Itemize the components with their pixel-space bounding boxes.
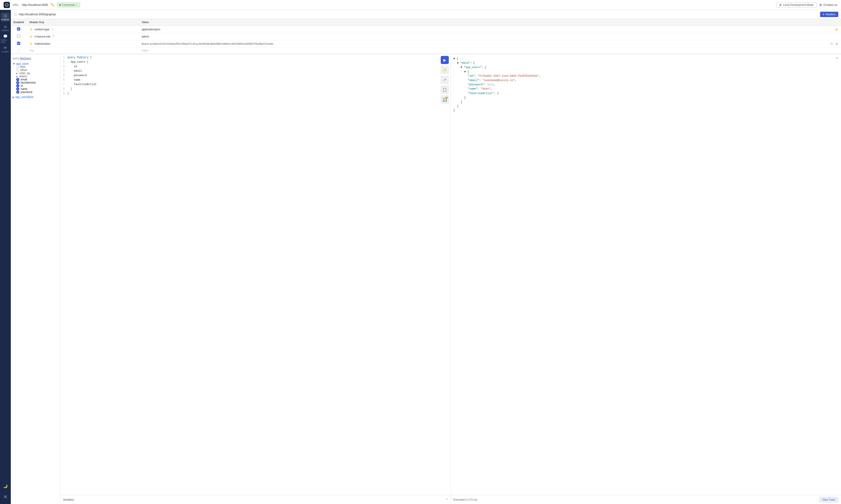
- checkbox-content-type[interactable]: [17, 28, 20, 31]
- code-line-2: 2 app_users {: [60, 60, 451, 65]
- code-line-6: 6 name: [60, 78, 451, 83]
- run-button[interactable]: ▶: [441, 56, 449, 64]
- result-record-open: ▼ {: [453, 70, 839, 74]
- radio-limit[interactable]: [16, 66, 19, 68]
- tree-sibling-item: ▶ app_usersById: [13, 94, 58, 99]
- eye-icon-auth[interactable]: 👁: [830, 42, 834, 46]
- editor-panel: 1 query MyQuery { 2 app_users { 3 id 4 e…: [60, 54, 451, 504]
- arrow-order-by: ▶: [16, 72, 18, 75]
- arrow-where: ▶: [16, 75, 18, 78]
- tree-child-offset[interactable]: offset:: [13, 69, 58, 72]
- tree-child-where[interactable]: ▶ where:: [13, 75, 58, 78]
- result-close-brace: }: [453, 108, 839, 113]
- url-display: http://localhost:3000: [22, 3, 48, 6]
- value-placeholder: Value: [142, 49, 148, 52]
- header-key-x-hasura-role: x-hasura-role: [35, 35, 51, 38]
- prettify-button[interactable]: ✨: [441, 66, 449, 74]
- field-order-by: order_by:: [19, 72, 31, 75]
- share-icon: ↗: [443, 78, 446, 82]
- sidebar-item-insights[interactable]: 👁 Insights: [1, 45, 10, 54]
- field-favorite-artist: favoriteArtist: [21, 81, 36, 84]
- action-icons-1: ⚡: [835, 28, 838, 31]
- sidebar-pacha-label: Pacha Chat: [1, 39, 10, 43]
- sidebar-item-pacha-chat[interactable]: 💬 Pacha Chat: [1, 34, 10, 43]
- query-name-link[interactable]: MyQuery: [20, 57, 31, 60]
- sidebar-item-graphql[interactable]: ⬡ GraphQL: [1, 13, 10, 21]
- code-line-5: 5 password: [60, 74, 451, 78]
- sidebar-item-theme[interactable]: 🌙: [1, 482, 10, 490]
- sidebar-insights-label: Insights: [2, 51, 9, 53]
- tree-child-limit[interactable]: limit:: [13, 65, 58, 69]
- result-name: "name": "Sean",: [453, 87, 839, 91]
- sidebar-graphql-label: GraphQL: [1, 18, 10, 21]
- delete-icon-auth[interactable]: 🗑: [835, 42, 838, 46]
- sidebar-explorer-label: Explorer: [2, 29, 9, 32]
- moon-icon: 🌙: [3, 484, 7, 488]
- sync-button[interactable]: 🔄: [441, 95, 449, 104]
- info-icon-1[interactable]: ⓘ: [51, 28, 54, 31]
- add-tab-button[interactable]: +: [836, 56, 838, 61]
- copy-button[interactable]: 📋: [441, 86, 449, 94]
- field-offset: offset:: [20, 69, 28, 72]
- main-content: 📄 ▾ Headers Enabled Header Key Value: [11, 10, 841, 504]
- result-area: ▼ { ▼ "data": { ▼ "app_users": [ ▼ { "id…: [451, 54, 841, 495]
- connected-dot: [59, 4, 61, 6]
- page-icon: 📄: [14, 13, 17, 16]
- check-favorite-artist: ✓: [16, 81, 19, 84]
- empty-checkbox: ☐: [18, 49, 20, 52]
- edit-url-icon[interactable]: ✏️: [51, 3, 54, 6]
- tree-child-id[interactable]: ✓ id: [13, 84, 58, 87]
- tree-child-favorite-artist[interactable]: ✓ favoriteArtist: [13, 81, 58, 84]
- share-button[interactable]: ↗: [441, 76, 449, 84]
- header-row-x-hasura-role: ⚡ x-hasura-role ⓘ admin: [11, 33, 841, 40]
- result-open-brace: ▼ {: [453, 57, 839, 61]
- tree-child-order-by[interactable]: ▶ order_by:: [13, 72, 58, 75]
- key-placeholder: Key: [30, 49, 34, 52]
- tree-child-password[interactable]: ✓ password: [13, 91, 58, 94]
- headers-section: Enabled Header Key Value ⚡ content-type …: [11, 19, 841, 54]
- app-users-root[interactable]: ▼ app_users: [13, 62, 58, 65]
- view-trace-button[interactable]: View Trace: [819, 497, 838, 502]
- editor-area[interactable]: 1 query MyQuery { 2 app_users { 3 id 4 e…: [60, 54, 451, 495]
- header-value-authorization: Bearer eyJhbGciOiJIUzI1NiIsInR5cCI6IkpXV…: [142, 42, 276, 45]
- headers-table: Enabled Header Key Value ⚡ content-type …: [11, 19, 841, 54]
- header-key-authorization: Authorization: [35, 42, 50, 46]
- radio-offset[interactable]: [16, 69, 19, 71]
- chevron-up-icon[interactable]: ^: [446, 498, 448, 502]
- sidebar: ⬡ GraphQL ◎ Explorer 💬 Pacha Chat 👁 Insi…: [0, 10, 11, 504]
- headers-button[interactable]: ▾ Headers: [820, 12, 838, 17]
- result-obj-close: }: [453, 104, 839, 108]
- variables-bar: Variables ^: [60, 495, 451, 504]
- col-header-key: Header Key: [27, 19, 139, 26]
- contact-us-button[interactable]: ⚙ Contact us: [819, 3, 837, 7]
- wand-icon: ✨: [443, 68, 447, 72]
- result-app-users-arrow: ▼ "app_users": [: [453, 65, 839, 70]
- dev-mode-label: Local Development Mode: [783, 3, 813, 6]
- header-row-content-type: ⚡ content-type ⓘ application/json ⚡: [11, 26, 841, 33]
- action-icons-auth: 👁 🗑: [830, 42, 838, 46]
- checkbox-authorization[interactable]: [17, 42, 20, 45]
- command-icon: ⌘: [4, 495, 7, 499]
- app-users-by-id-root[interactable]: ▶ app_usersById: [13, 94, 58, 98]
- code-line-4: 4 email: [60, 69, 451, 74]
- info-icon-2[interactable]: ⓘ: [52, 35, 55, 38]
- tree-child-name[interactable]: ✓ name: [13, 87, 58, 91]
- graphql-icon: ⬡: [4, 14, 7, 18]
- sidebar-item-explorer[interactable]: ◎ Explorer: [1, 23, 10, 32]
- col-enabled: Enabled: [11, 19, 27, 26]
- checkbox-x-hasura-role[interactable]: [17, 35, 20, 38]
- key-icon-2: ⚡: [30, 35, 33, 38]
- topbar: URL: http://localhost:3000 ✏️ Connected …: [0, 0, 841, 10]
- checkmark-icon: ✓: [76, 3, 78, 6]
- tree-child-email[interactable]: ✓ email: [13, 78, 58, 81]
- url-label: URL:: [13, 3, 19, 6]
- field-email: email: [21, 78, 27, 81]
- query-builder-header: query MyQuery: [13, 57, 58, 60]
- sync-dot: [446, 96, 448, 98]
- sidebar-item-shortcuts[interactable]: ⌘: [1, 492, 10, 501]
- dev-mode-button[interactable]: 🖥 Local Development Mode: [776, 2, 817, 7]
- graphql-url-input[interactable]: [19, 13, 818, 16]
- result-password: "password": null,: [453, 83, 839, 87]
- collapse-arrow: ▼: [13, 62, 15, 65]
- query-section: query MyQuery ▼ app_users limit: offset:: [11, 54, 841, 504]
